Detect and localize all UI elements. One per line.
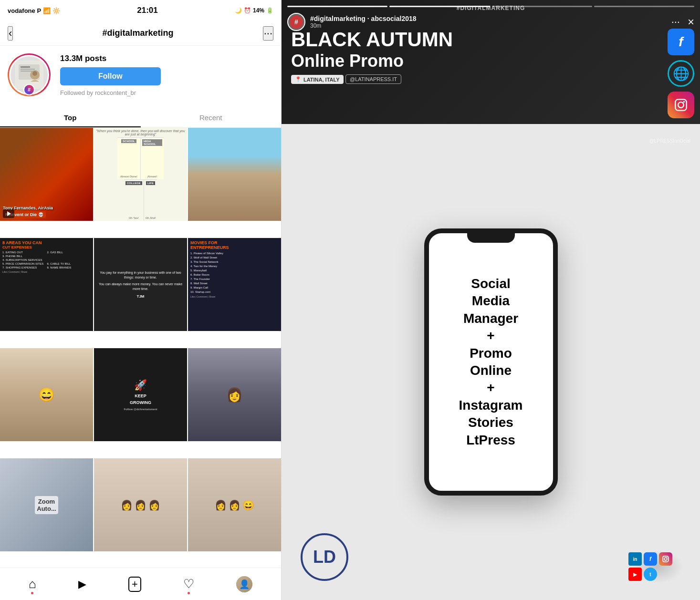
svg-rect-9 [675,99,686,110]
followed-by-text: Followed by rockcontent_br [60,89,161,96]
globe-icon: 🌐 [668,60,694,87]
posts-count: 13.3M posts [60,54,161,63]
story-progress [287,6,694,7]
battery-icon: 🔋 [266,7,273,14]
svg-point-13 [664,558,667,560]
battery-text: 14% [253,7,264,14]
wifi-icon: 🔆 [52,7,60,14]
story-avatar: # [287,13,305,31]
back-button[interactable]: ‹ [8,26,13,41]
grid-item-2[interactable]: "When you think you're done, then you wi… [94,128,187,221]
home-icon: ⌂ [29,577,36,591]
phone-text: SocialMediaManager+PromoOnline+Instagram… [449,266,533,458]
story-actions: ··· × [671,15,694,29]
grid-item-3[interactable] [188,128,281,221]
grid-item-1[interactable]: Tony Fernandes, AirAsia Reinvent or Die … [0,128,93,221]
twitter-mini-icon: t [644,568,657,581]
carrier-text: vodafone P [8,7,41,14]
story-close-button[interactable]: × [688,15,694,29]
grid-item-6[interactable]: MOVIES FOR ENTREPRENEURS 1. Pirates of S… [188,238,281,331]
moon-icon: 🌙 [235,7,242,14]
more-button[interactable]: ··· [263,26,273,41]
status-time: 21:01 [137,6,157,15]
progress-1 [287,6,387,7]
grid-item-9[interactable]: 👩 [188,348,281,441]
story-top-content: BLACK AUTUMN Online Promo 📍 LATINA, ITAL… [291,29,633,84]
youtube-mini-icon: ▶ [628,568,642,581]
svg-point-10 [678,102,684,108]
status-left: vodafone P 📶 🔆 [8,7,60,14]
nav-likes[interactable]: ♡ [179,573,198,595]
instagram-mini-icon [659,552,672,566]
profile-section: # 13.3M posts Follow Followed by rockcon… [0,46,281,104]
avatar-container: # [8,53,51,96]
story-bottom-panel: SocialMediaManager+PromoOnline+Instagram… [282,124,700,600]
tab-top[interactable]: Top [0,108,141,127]
grid-item-10[interactable]: ZoomAuto... [0,458,93,551]
grid-item-5[interactable]: You pay for everything in your business … [94,238,187,331]
tab-recent[interactable]: Recent [141,108,282,127]
likes-dot [188,592,190,594]
social-icons-top: f 🌐 [668,29,694,118]
nav-reels[interactable]: ▶ [74,574,90,594]
online-promo-text: Online Promo [291,51,633,71]
facebook-mini-icon: f [644,552,657,566]
linkedin-mini-icon: in [628,552,642,566]
story-info: #digitalmarketing · abcsocial2018 30m [310,15,667,29]
svg-point-11 [683,101,685,103]
lp-logo: LD [301,533,348,581]
facebook-icon: f [668,29,694,55]
svg-text:#: # [294,18,298,26]
svg-rect-12 [663,556,669,562]
lp-logo-container: LD [301,533,348,581]
svg-point-14 [667,557,668,558]
story-top-bar: # #digitalmarketing · abcsocial2018 30m … [282,0,700,31]
phone-mockup: SocialMediaManager+PromoOnline+Instagram… [424,228,558,496]
photo-grid: Tony Fernandes, AirAsia Reinvent or Die … [0,128,281,568]
grid-item-12[interactable]: 👩 👩 😄 [188,458,281,551]
grid-item-8[interactable]: 🚀 KEEP GROWING Follow @dchrertainment [94,348,187,441]
credit-text: @LPRESSInnOcial [649,138,690,144]
black-autumn-text: BLACK AUTUMN [291,29,633,51]
svg-rect-2 [21,66,30,68]
story-header: # #digitalmarketing · abcsocial2018 30m … [287,13,694,31]
progress-4 [594,6,694,7]
svg-rect-4 [21,71,32,72]
location-badge: 📍 LATINA, ITALY [291,75,344,84]
reels-icon: ▶ [78,578,86,590]
pin-icon: 📍 [295,76,302,83]
lp-text: LD [313,547,336,567]
phone-notch [467,233,515,243]
alarm-icon: ⏰ [244,7,251,14]
svg-point-6 [32,71,37,76]
world-map: in f ▶ t [628,548,686,586]
story-time: 30m [310,22,667,29]
status-right: 🌙 ⏰ 14% 🔋 [235,7,273,14]
profile-stats: 13.3M posts Follow Followed by rockconte… [60,54,161,96]
social-bottom-icons: in f ▶ t [628,548,686,586]
signal-icon: 📶 [43,7,51,14]
user-avatar: 👤 [236,576,252,592]
follow-button[interactable]: Follow [60,67,161,85]
hash-badge: # [23,84,35,95]
svg-rect-3 [21,69,35,70]
nav-add[interactable]: + [125,573,145,596]
status-bar: vodafone P 📶 🔆 21:01 🌙 ⏰ 14% 🔋 [0,0,281,21]
nav-header: ‹ #digitalmarketing ··· [0,21,281,46]
instagram-app: vodafone P 📶 🔆 21:01 🌙 ⏰ 14% 🔋 ‹ #digita… [0,0,282,600]
progress-2 [389,6,490,7]
page-title: #digitalmarketing [102,28,173,38]
grid-item-4[interactable]: 8 AREAS YOU CAN CUT EXPENSES 1. EATING O… [0,238,93,331]
bottom-nav: ⌂ ▶ + ♡ 👤 [0,568,281,600]
home-dot [31,592,33,594]
nav-profile[interactable]: 👤 [232,572,256,596]
mini-social-icons: in f ▶ t [628,552,686,581]
story-viewer: # #digitalmarketing · abcsocial2018 30m … [282,0,700,600]
heart-icon: ♡ [183,577,194,591]
story-more-button[interactable]: ··· [671,16,680,28]
instagram-icon [668,92,694,118]
grid-item-11[interactable]: 👩 👩 👩 [94,458,187,551]
nav-home[interactable]: ⌂ [25,573,40,595]
tabs-row: Top Recent [0,108,281,128]
grid-item-7[interactable]: 😄 [0,348,93,441]
